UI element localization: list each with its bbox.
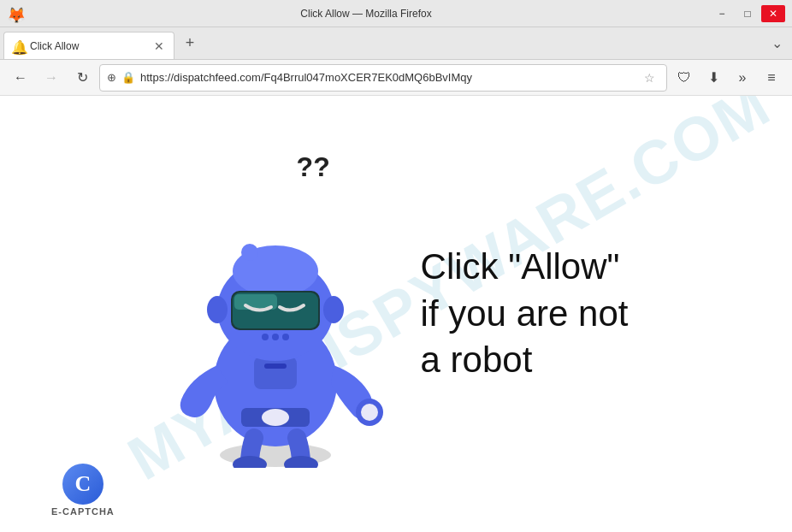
robot-illustration (164, 160, 387, 468)
toolbar: ← → ↻ ⊕ 🔒 ☆ 🛡 ⬇ » ≡ (0, 60, 792, 96)
address-bar-container: ⊕ 🔒 ☆ (99, 64, 667, 92)
tab-bar: 🔔 Click Allow ✕ + ⌄ (0, 27, 792, 60)
reload-button[interactable]: ↻ (68, 64, 96, 92)
title-bar: 🦊 Click Allow — Mozilla Firefox − □ ✕ (0, 0, 792, 27)
svg-point-13 (282, 334, 289, 340)
firefox-icon: 🦊 (7, 6, 22, 21)
address-input[interactable] (140, 71, 634, 84)
ecaptcha-label: E-CAPTCHA (51, 506, 115, 517)
question-marks: ?? (297, 151, 330, 183)
svg-point-20 (323, 296, 344, 323)
close-button[interactable]: ✕ (761, 5, 785, 22)
main-content: MYANTISPYWARE.COM ?? (0, 96, 792, 532)
svg-point-12 (272, 334, 279, 340)
tab-list-button[interactable]: ⌄ (765, 32, 789, 56)
tab-bar-end: ⌄ (765, 32, 789, 56)
robot-container: ?? (164, 160, 387, 468)
svg-point-11 (262, 334, 269, 340)
tab-label: Click Allow (30, 40, 146, 52)
content-inner: ?? (130, 143, 663, 485)
download-button[interactable]: ⬇ (700, 64, 727, 92)
caption: Click "Allow" if you are not a robot (421, 244, 629, 384)
ecaptcha: C E-CAPTCHA (51, 464, 115, 517)
maximize-button[interactable]: □ (736, 5, 759, 22)
caption-line2: if you are not (421, 291, 629, 338)
tab-favicon: 🔔 (11, 39, 25, 53)
title-bar-title: Click Allow — Mozilla Firefox (22, 8, 710, 20)
new-tab-button[interactable]: + (178, 32, 202, 56)
back-button[interactable]: ← (7, 64, 34, 92)
lock-icon: 🔒 (121, 71, 135, 84)
shield-icon: ⊕ (107, 71, 116, 84)
toolbar-right: 🛡 ⬇ » ≡ (671, 64, 785, 92)
svg-point-16 (361, 404, 378, 421)
forward-button[interactable]: → (38, 64, 65, 92)
svg-point-3 (262, 409, 289, 426)
minimize-button[interactable]: − (710, 5, 734, 22)
caption-line3: a robot (421, 337, 629, 384)
title-bar-left: 🦊 (7, 6, 22, 21)
ecaptcha-logo: C (62, 464, 103, 505)
svg-point-14 (241, 244, 258, 261)
active-tab[interactable]: 🔔 Click Allow ✕ (3, 32, 174, 59)
caption-line1: Click "Allow" (421, 244, 629, 291)
svg-rect-5 (264, 364, 287, 369)
star-button[interactable]: ☆ (639, 68, 659, 88)
svg-point-19 (207, 296, 228, 323)
svg-rect-4 (254, 357, 297, 389)
more-tools-button[interactable]: » (729, 64, 756, 92)
shield-toolbar-button[interactable]: 🛡 (671, 64, 698, 92)
tab-close-button[interactable]: ✕ (151, 38, 167, 54)
title-bar-buttons: − □ ✕ (710, 5, 785, 22)
menu-button[interactable]: ≡ (758, 64, 785, 92)
